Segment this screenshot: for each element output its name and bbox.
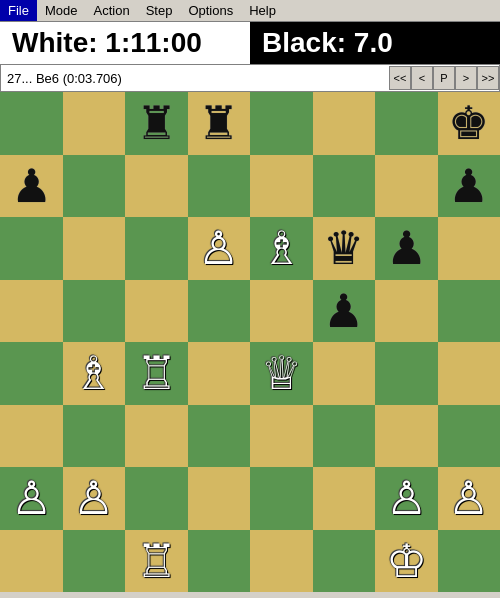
piece-bP-3-5: ♟ <box>323 288 364 334</box>
cell-5-2[interactable] <box>125 405 188 468</box>
cell-3-2[interactable] <box>125 280 188 343</box>
cell-0-0[interactable] <box>0 92 63 155</box>
cell-5-5[interactable] <box>313 405 376 468</box>
piece-bP-1-0: ♟ <box>11 163 52 209</box>
black-label: Black: <box>262 27 346 59</box>
cell-6-5[interactable] <box>313 467 376 530</box>
cell-4-7[interactable] <box>438 342 501 405</box>
cell-6-0[interactable]: ♙ <box>0 467 63 530</box>
cell-6-1[interactable]: ♙ <box>63 467 126 530</box>
cell-4-3[interactable] <box>188 342 251 405</box>
piece-bR-0-2: ♜ <box>136 100 177 146</box>
black-value: 7.0 <box>354 27 393 59</box>
cell-5-3[interactable] <box>188 405 251 468</box>
cell-2-3[interactable]: ♙ <box>188 217 251 280</box>
cell-0-6[interactable] <box>375 92 438 155</box>
cell-3-4[interactable] <box>250 280 313 343</box>
cell-6-6[interactable]: ♙ <box>375 467 438 530</box>
cell-3-3[interactable] <box>188 280 251 343</box>
cell-6-3[interactable] <box>188 467 251 530</box>
cell-2-7[interactable] <box>438 217 501 280</box>
cell-7-7[interactable] <box>438 530 501 593</box>
cell-7-6[interactable]: ♔ <box>375 530 438 593</box>
piece-wB-2-4: ♗ <box>261 225 302 271</box>
cell-4-2[interactable]: ♖ <box>125 342 188 405</box>
move-text-input[interactable] <box>1 69 389 88</box>
menu-step[interactable]: Step <box>138 0 181 21</box>
cell-3-1[interactable] <box>63 280 126 343</box>
cell-1-6[interactable] <box>375 155 438 218</box>
cell-4-4[interactable]: ♕ <box>250 342 313 405</box>
cell-4-0[interactable] <box>0 342 63 405</box>
nav-next[interactable]: > <box>455 66 477 90</box>
piece-bR-0-3: ♜ <box>198 100 239 146</box>
cell-1-7[interactable]: ♟ <box>438 155 501 218</box>
piece-wP-6-6: ♙ <box>386 475 427 521</box>
cell-0-1[interactable] <box>63 92 126 155</box>
cell-3-7[interactable] <box>438 280 501 343</box>
piece-wP-2-3: ♙ <box>198 225 239 271</box>
nav-play[interactable]: P <box>433 66 455 90</box>
cell-0-4[interactable] <box>250 92 313 155</box>
cell-7-4[interactable] <box>250 530 313 593</box>
piece-bK-0-7: ♚ <box>448 100 489 146</box>
piece-bP-1-7: ♟ <box>448 163 489 209</box>
cell-4-6[interactable] <box>375 342 438 405</box>
cell-1-2[interactable] <box>125 155 188 218</box>
piece-wP-6-1: ♙ <box>73 475 114 521</box>
menu-mode[interactable]: Mode <box>37 0 86 21</box>
cell-2-6[interactable]: ♟ <box>375 217 438 280</box>
cell-5-6[interactable] <box>375 405 438 468</box>
menu-options[interactable]: Options <box>180 0 241 21</box>
cell-2-1[interactable] <box>63 217 126 280</box>
piece-wP-6-7: ♙ <box>448 475 489 521</box>
cell-5-7[interactable] <box>438 405 501 468</box>
cell-4-5[interactable] <box>313 342 376 405</box>
piece-wQ-4-4: ♕ <box>261 350 302 396</box>
piece-bP-2-6: ♟ <box>386 225 427 271</box>
nav-last[interactable]: >> <box>477 66 499 90</box>
nav-prev[interactable]: < <box>411 66 433 90</box>
piece-wK-7-6: ♔ <box>386 538 427 584</box>
cell-1-5[interactable] <box>313 155 376 218</box>
cell-6-2[interactable] <box>125 467 188 530</box>
menu-file[interactable]: File <box>0 0 37 21</box>
cell-7-3[interactable] <box>188 530 251 593</box>
cell-2-4[interactable]: ♗ <box>250 217 313 280</box>
cell-3-5[interactable]: ♟ <box>313 280 376 343</box>
white-time: 1:11:00 <box>105 27 202 59</box>
cell-5-1[interactable] <box>63 405 126 468</box>
piece-bQ-2-5: ♛ <box>323 225 364 271</box>
cell-6-7[interactable]: ♙ <box>438 467 501 530</box>
menu-bar: File Mode Action Step Options Help <box>0 0 500 22</box>
piece-wB-4-1: ♗ <box>73 350 114 396</box>
menu-help[interactable]: Help <box>241 0 284 21</box>
black-score: Black: 7.0 <box>250 22 500 64</box>
cell-2-0[interactable] <box>0 217 63 280</box>
cell-2-5[interactable]: ♛ <box>313 217 376 280</box>
cell-0-3[interactable]: ♜ <box>188 92 251 155</box>
score-bar: White: 1:11:00 Black: 7.0 <box>0 22 500 64</box>
cell-3-6[interactable] <box>375 280 438 343</box>
cell-1-3[interactable] <box>188 155 251 218</box>
cell-2-2[interactable] <box>125 217 188 280</box>
cell-7-5[interactable] <box>313 530 376 593</box>
cell-5-0[interactable] <box>0 405 63 468</box>
nav-first[interactable]: << <box>389 66 411 90</box>
cell-0-2[interactable]: ♜ <box>125 92 188 155</box>
menu-action[interactable]: Action <box>85 0 137 21</box>
cell-0-7[interactable]: ♚ <box>438 92 501 155</box>
cell-4-1[interactable]: ♗ <box>63 342 126 405</box>
cell-0-5[interactable] <box>313 92 376 155</box>
piece-wP-6-0: ♙ <box>11 475 52 521</box>
cell-1-4[interactable] <box>250 155 313 218</box>
cell-3-0[interactable] <box>0 280 63 343</box>
cell-5-4[interactable] <box>250 405 313 468</box>
cell-1-1[interactable] <box>63 155 126 218</box>
cell-1-0[interactable]: ♟ <box>0 155 63 218</box>
cell-6-4[interactable] <box>250 467 313 530</box>
white-score: White: 1:11:00 <box>0 22 250 64</box>
cell-7-2[interactable]: ♖ <box>125 530 188 593</box>
cell-7-1[interactable] <box>63 530 126 593</box>
cell-7-0[interactable] <box>0 530 63 593</box>
